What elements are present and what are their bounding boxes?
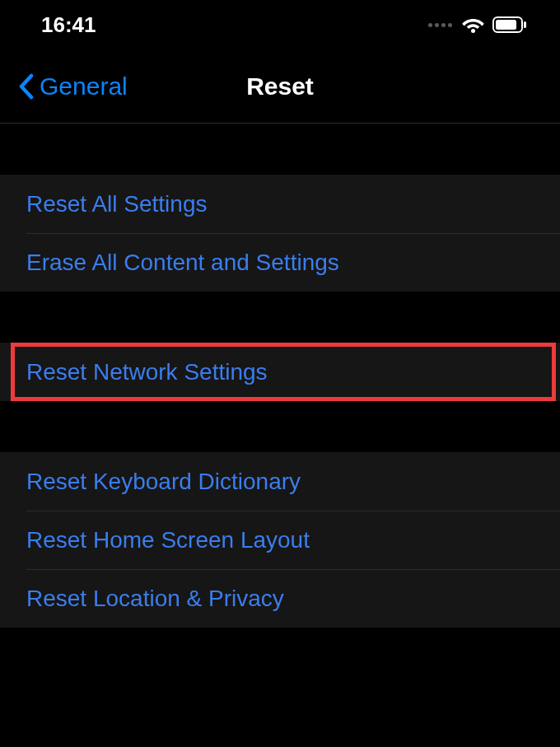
status-indicators bbox=[428, 16, 527, 33]
page-title: Reset bbox=[246, 72, 314, 100]
reset-keyboard-dictionary-row[interactable]: Reset Keyboard Dictionary bbox=[0, 452, 560, 511]
reset-home-screen-layout-row[interactable]: Reset Home Screen Layout bbox=[0, 511, 560, 569]
highlighted-group: Reset Network Settings bbox=[0, 343, 560, 401]
svg-rect-2 bbox=[496, 20, 516, 30]
navigation-bar: General Reset bbox=[0, 49, 560, 124]
row-label: Reset Keyboard Dictionary bbox=[26, 469, 301, 495]
row-label: Reset Network Settings bbox=[26, 359, 268, 385]
reset-network-settings-row[interactable]: Reset Network Settings bbox=[0, 343, 560, 401]
row-label: Reset Location & Privacy bbox=[26, 586, 284, 612]
group-spacer bbox=[0, 124, 560, 175]
reset-location-privacy-row[interactable]: Reset Location & Privacy bbox=[0, 569, 560, 628]
battery-icon bbox=[492, 16, 527, 33]
settings-group-1: Reset All Settings Erase All Content and… bbox=[0, 175, 560, 292]
reset-all-settings-row[interactable]: Reset All Settings bbox=[0, 175, 560, 233]
status-bar: 16:41 bbox=[0, 0, 560, 49]
cellular-signal-icon bbox=[428, 23, 452, 27]
row-label: Reset All Settings bbox=[26, 191, 207, 217]
settings-group-3: Reset Keyboard Dictionary Reset Home Scr… bbox=[0, 452, 560, 628]
status-time: 16:41 bbox=[41, 12, 96, 38]
wifi-icon bbox=[462, 16, 484, 33]
svg-point-0 bbox=[471, 29, 475, 33]
back-label: General bbox=[40, 72, 128, 100]
erase-all-content-row[interactable]: Erase All Content and Settings bbox=[0, 233, 560, 292]
row-label: Erase All Content and Settings bbox=[26, 250, 339, 276]
svg-rect-3 bbox=[524, 21, 526, 28]
settings-group-2: Reset Network Settings bbox=[0, 343, 560, 401]
group-spacer bbox=[0, 292, 560, 343]
back-button[interactable]: General bbox=[18, 72, 128, 100]
chevron-left-icon bbox=[18, 73, 35, 100]
group-spacer bbox=[0, 401, 560, 452]
row-label: Reset Home Screen Layout bbox=[26, 527, 310, 553]
